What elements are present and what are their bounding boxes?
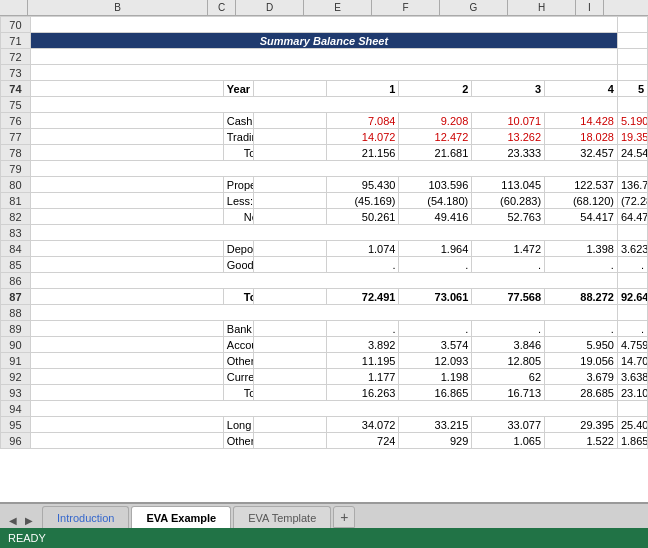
cell-84-d <box>253 241 326 257</box>
cell-92-f: 1.198 <box>399 369 472 385</box>
cell-85-f: . <box>399 257 472 273</box>
cell-91-h: 19.056 <box>545 353 618 369</box>
add-sheet-button[interactable]: + <box>333 506 355 528</box>
cell-84-h: 1.398 <box>545 241 618 257</box>
row-num-94: 94 <box>1 401 31 417</box>
cell-74-e: 1 <box>326 81 399 97</box>
cell-81-b <box>30 193 223 209</box>
scroll-right-arrow[interactable]: ▶ <box>21 513 37 528</box>
cell-78-f: 21.681 <box>399 145 472 161</box>
row-num-91: 91 <box>1 353 31 369</box>
cell-77-f: 12.472 <box>399 129 472 145</box>
table-row: 72 <box>1 49 648 65</box>
cell-83-i <box>617 225 647 241</box>
cell-74-g: 3 <box>472 81 545 97</box>
table-row: 85 Goodwill . . . . . <box>1 257 648 273</box>
cell-91-e: 11.195 <box>326 353 399 369</box>
cell-92-b <box>30 369 223 385</box>
cell-78-b <box>30 145 223 161</box>
cell-70-i <box>617 17 647 33</box>
cell-79-i <box>617 161 647 177</box>
cell-84-g: 1.472 <box>472 241 545 257</box>
cell-93-i: 23.103 <box>617 385 647 401</box>
cell-84-b <box>30 241 223 257</box>
cell-78-e: 21.156 <box>326 145 399 161</box>
table-row: 89 Bank Credit Line . . . . . <box>1 321 648 337</box>
row-num-73: 73 <box>1 65 31 81</box>
row-num-90: 90 <box>1 337 31 353</box>
cell-77-e: 14.072 <box>326 129 399 145</box>
cell-89-b <box>30 321 223 337</box>
cell-81-g: (60.283) <box>472 193 545 209</box>
status-text: READY <box>8 532 46 544</box>
cell-87-d <box>253 289 326 305</box>
row-num-75: 75 <box>1 97 31 113</box>
cell-90-h: 5.950 <box>545 337 618 353</box>
cell-87-g: 77.568 <box>472 289 545 305</box>
row-num-96: 96 <box>1 433 31 449</box>
scroll-left-arrow[interactable]: ◀ <box>5 513 21 528</box>
tab-eva-template[interactable]: EVA Template <box>233 506 331 528</box>
table-row: 81 Less: Accumulated Depreciation (45.16… <box>1 193 648 209</box>
cell-92-h: 3.679 <box>545 369 618 385</box>
cell-96-f: 929 <box>399 433 472 449</box>
cell-85-g: . <box>472 257 545 273</box>
cell-81-f: (54.180) <box>399 193 472 209</box>
row-num-88: 88 <box>1 305 31 321</box>
cell-93-c: Total Current Liabilities <box>223 385 253 401</box>
cell-92-i: 3.638 <box>617 369 647 385</box>
table-row: 93 Total Current Liabilities 16.263 16.8… <box>1 385 648 401</box>
row-num-83: 83 <box>1 225 31 241</box>
cell-95-g: 33.077 <box>472 417 545 433</box>
cell-76-e: 7.084 <box>326 113 399 129</box>
cell-91-b <box>30 353 223 369</box>
cell-82-h: 54.417 <box>545 209 618 225</box>
cell-75-i <box>617 97 647 113</box>
cell-77-b <box>30 129 223 145</box>
tab-eva-example[interactable]: EVA Example <box>131 506 231 528</box>
cell-90-g: 3.846 <box>472 337 545 353</box>
col-header-e: E <box>304 0 372 15</box>
cell-77-g: 13.262 <box>472 129 545 145</box>
tabs-bar: ◀ ▶ Introduction EVA Example EVA Templat… <box>0 502 648 528</box>
table-row: 71 Summary Balance Sheet <box>1 33 648 49</box>
cell-84-c: Deposits an Other Assets <box>223 241 253 257</box>
cell-73-i <box>617 65 647 81</box>
cell-83 <box>30 225 617 241</box>
cell-91-g: 12.805 <box>472 353 545 369</box>
row-num-81: 81 <box>1 193 31 209</box>
cell-93-h: 28.685 <box>545 385 618 401</box>
row-num-85: 85 <box>1 257 31 273</box>
cell-80-i: 136.762 <box>617 177 647 193</box>
table-row: 87 Total Assets 72.491 73.061 77.568 88.… <box>1 289 648 305</box>
tab-introduction[interactable]: Introduction <box>42 506 129 528</box>
table-row: 86 <box>1 273 648 289</box>
row-num-87: 87 <box>1 289 31 305</box>
cell-74-i: 5 <box>617 81 647 97</box>
cell-85-i: . <box>617 257 647 273</box>
cell-74-b <box>30 81 223 97</box>
table-row: 83 <box>1 225 648 241</box>
cell-93-g: 16.713 <box>472 385 545 401</box>
table-row: 92 Current Portion of Long-term Debt 1.1… <box>1 369 648 385</box>
cell-89-i: . <box>617 321 647 337</box>
cell-85-b <box>30 257 223 273</box>
table-row: 91 Other Accrued Liabilities 11.195 12.0… <box>1 353 648 369</box>
cell-95-c: Long Term Debt, less current portion <box>223 417 253 433</box>
table-row: 77 Trading Assets 14.072 12.472 13.262 1… <box>1 129 648 145</box>
cell-85-e: . <box>326 257 399 273</box>
table-row: 76 Cash 7.084 9.208 10.071 14.428 5.190 <box>1 113 648 129</box>
cell-93-b <box>30 385 223 401</box>
col-header-b: B <box>28 0 208 15</box>
row-num-80: 80 <box>1 177 31 193</box>
cell-70 <box>30 17 617 33</box>
cell-77-c: Trading Assets <box>223 129 253 145</box>
cell-82-e: 50.261 <box>326 209 399 225</box>
row-num-74: 74 <box>1 81 31 97</box>
cell-85-d <box>253 257 326 273</box>
table-row: 88 <box>1 305 648 321</box>
cell-74-h: 4 <box>545 81 618 97</box>
row-num-89: 89 <box>1 321 31 337</box>
cell-75 <box>30 97 617 113</box>
table-row: 78 Total Current Assets 21.156 21.681 23… <box>1 145 648 161</box>
